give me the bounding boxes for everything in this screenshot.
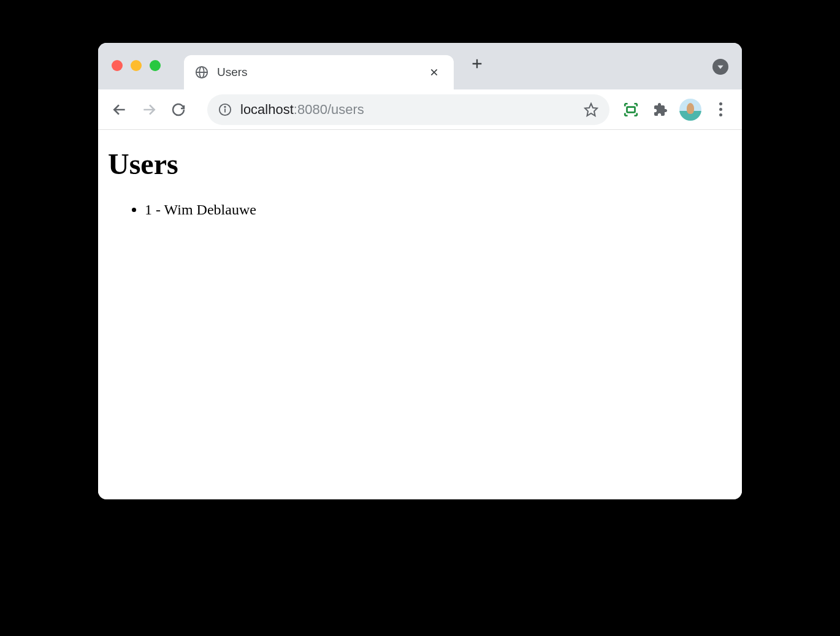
- menu-button[interactable]: [708, 97, 733, 123]
- back-button[interactable]: [107, 97, 132, 123]
- browser-tab[interactable]: Users: [184, 55, 454, 89]
- browser-toolbar: localhost:8080/users: [98, 89, 742, 130]
- kebab-icon: [719, 102, 722, 116]
- page-content: Users 1 - Wim Deblauwe: [98, 130, 742, 499]
- window-maximize-button[interactable]: [150, 60, 161, 71]
- site-info-icon[interactable]: [218, 103, 232, 116]
- bookmark-button[interactable]: [584, 102, 598, 117]
- svg-point-11: [224, 106, 225, 107]
- svg-marker-12: [585, 104, 597, 116]
- new-tab-button[interactable]: [465, 51, 489, 76]
- address-bar[interactable]: localhost:8080/users: [207, 94, 609, 125]
- tab-close-button[interactable]: [426, 64, 443, 81]
- list-item: 1 - Wim Deblauwe: [145, 198, 732, 221]
- tab-title: Users: [217, 66, 417, 79]
- forward-button[interactable]: [136, 97, 162, 123]
- window-controls: [112, 60, 161, 71]
- chevron-down-icon: [712, 59, 728, 75]
- extensions-button[interactable]: [647, 97, 673, 123]
- browser-window: Users: [98, 43, 742, 499]
- tab-search-dropdown[interactable]: [712, 59, 728, 75]
- reload-button[interactable]: [166, 97, 191, 123]
- url-host: localhost: [240, 102, 294, 117]
- devtools-device-icon[interactable]: [618, 97, 644, 123]
- page-heading: Users: [108, 147, 732, 181]
- svg-rect-13: [627, 107, 635, 112]
- users-list: 1 - Wim Deblauwe: [108, 198, 732, 221]
- profile-avatar[interactable]: [679, 99, 701, 121]
- url-text: localhost:8080/users: [240, 102, 575, 118]
- url-path: :8080/users: [294, 102, 364, 117]
- globe-icon: [195, 66, 208, 79]
- tab-strip: Users: [98, 43, 742, 89]
- window-close-button[interactable]: [112, 60, 123, 71]
- window-minimize-button[interactable]: [131, 60, 142, 71]
